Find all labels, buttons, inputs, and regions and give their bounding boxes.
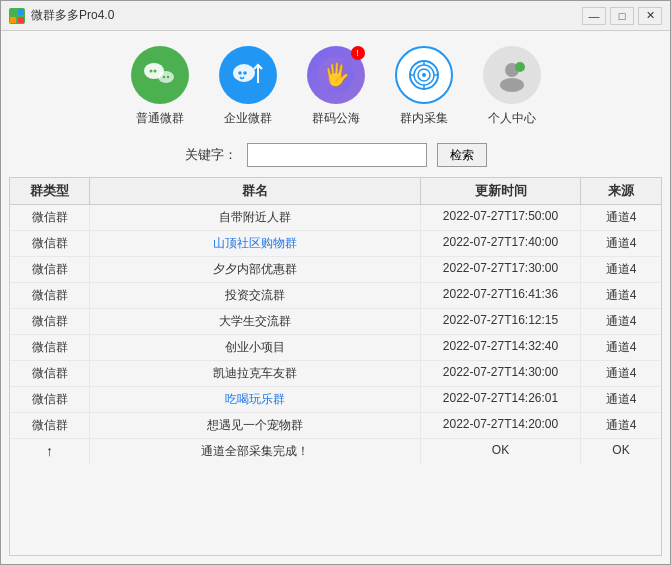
normal-wechat-label: 普通微群 xyxy=(136,110,184,127)
table-row[interactable]: 微信群创业小项目2022-07-27T14:32:40通道4 xyxy=(10,335,661,361)
enterprise-wechat-icon xyxy=(219,46,277,104)
table-row[interactable]: 微信群自带附近人群2022-07-27T17:50:00通道4 xyxy=(10,205,661,231)
cell-source: 通道4 xyxy=(581,283,661,308)
table-row[interactable]: 微信群山顶社区购物群2022-07-27T17:40:00通道4 xyxy=(10,231,661,257)
personal-center-item[interactable]: 个人中心 xyxy=(483,46,541,127)
qrcode-badge: ! xyxy=(351,46,365,60)
personal-center-icon xyxy=(483,46,541,104)
maximize-button[interactable]: □ xyxy=(610,7,634,25)
cell-time: 2022-07-27T16:12:15 xyxy=(421,309,581,334)
table-row[interactable]: 微信群吃喝玩乐群2022-07-27T14:26:01通道4 xyxy=(10,387,661,413)
svg-text:🖐: 🖐 xyxy=(322,61,350,88)
cell-name[interactable]: 山顶社区购物群 xyxy=(90,231,421,256)
cell-source: 通道4 xyxy=(581,257,661,282)
title-bar-left: 微群多多Pro4.0 xyxy=(9,7,114,24)
svg-rect-2 xyxy=(10,17,16,23)
table-body: 微信群自带附近人群2022-07-27T17:50:00通道4微信群山顶社区购物… xyxy=(10,205,661,555)
svg-rect-0 xyxy=(10,9,16,15)
svg-point-24 xyxy=(500,78,524,92)
cell-type: 微信群 xyxy=(10,231,90,256)
cell-type: 微信群 xyxy=(10,309,90,334)
personal-center-label: 个人中心 xyxy=(488,110,536,127)
cell-time: 2022-07-27T16:41:36 xyxy=(421,283,581,308)
cell-type: 微信群 xyxy=(10,413,90,438)
cell-name: 自带附近人群 xyxy=(90,205,421,230)
cell-type: 微信群 xyxy=(10,387,90,412)
table-header: 群类型 群名 更新时间 来源 xyxy=(10,178,661,205)
cell-time: 2022-07-27T14:26:01 xyxy=(421,387,581,412)
col-name: 群名 xyxy=(90,178,421,204)
table-row[interactable]: 微信群凯迪拉克车友群2022-07-27T14:30:00通道4 xyxy=(10,361,661,387)
cell-source: OK xyxy=(581,439,661,464)
qrcode-sea-item[interactable]: 🖐 ! 群码公海 xyxy=(307,46,365,127)
close-button[interactable]: ✕ xyxy=(638,7,662,25)
cell-type: ↑ xyxy=(10,439,90,464)
svg-point-5 xyxy=(149,70,152,73)
col-source: 来源 xyxy=(581,178,661,204)
svg-rect-3 xyxy=(18,17,24,23)
cell-type: 微信群 xyxy=(10,257,90,282)
cell-source: 通道4 xyxy=(581,231,661,256)
data-table: 群类型 群名 更新时间 来源 微信群自带附近人群2022-07-27T17:50… xyxy=(9,177,662,556)
cell-source: 通道4 xyxy=(581,413,661,438)
search-input[interactable] xyxy=(247,143,427,167)
cell-type: 微信群 xyxy=(10,361,90,386)
enterprise-wechat-item[interactable]: 企业微群 xyxy=(219,46,277,127)
cell-name: 夕夕内部优惠群 xyxy=(90,257,421,282)
cell-source: 通道4 xyxy=(581,309,661,334)
enterprise-wechat-label: 企业微群 xyxy=(224,110,272,127)
cell-name: 创业小项目 xyxy=(90,335,421,360)
cell-type: 微信群 xyxy=(10,205,90,230)
search-label: 关键字： xyxy=(185,146,237,164)
group-collect-icon xyxy=(395,46,453,104)
app-icon xyxy=(9,8,25,24)
search-bar: 关键字： 检索 xyxy=(1,137,670,177)
cell-time: 2022-07-27T14:30:00 xyxy=(421,361,581,386)
cell-name: 想遇见一个宠物群 xyxy=(90,413,421,438)
title-bar: 微群多多Pro4.0 — □ ✕ xyxy=(1,1,670,31)
cell-source: 通道4 xyxy=(581,387,661,412)
minimize-button[interactable]: — xyxy=(582,7,606,25)
cell-name[interactable]: 吃喝玩乐群 xyxy=(90,387,421,412)
svg-point-12 xyxy=(243,71,247,75)
table-row[interactable]: 微信群大学生交流群2022-07-27T16:12:15通道4 xyxy=(10,309,661,335)
table-row[interactable]: ↑通道全部采集完成！OKOK xyxy=(10,439,661,464)
cell-time: 2022-07-27T14:20:00 xyxy=(421,413,581,438)
group-collect-item[interactable]: 群内采集 xyxy=(395,46,453,127)
title-bar-controls: — □ ✕ xyxy=(582,7,662,25)
svg-point-11 xyxy=(238,71,242,75)
table-row[interactable]: 微信群夕夕内部优惠群2022-07-27T17:30:00通道4 xyxy=(10,257,661,283)
cell-time: 2022-07-27T17:30:00 xyxy=(421,257,581,282)
col-time: 更新时间 xyxy=(421,178,581,204)
svg-point-9 xyxy=(166,76,168,78)
svg-point-25 xyxy=(515,62,525,72)
cell-source: 通道4 xyxy=(581,361,661,386)
cell-source: 通道4 xyxy=(581,205,661,230)
normal-wechat-item[interactable]: 普通微群 xyxy=(131,46,189,127)
title-text: 微群多多Pro4.0 xyxy=(31,7,114,24)
cell-name: 投资交流群 xyxy=(90,283,421,308)
qrcode-sea-label: 群码公海 xyxy=(312,110,360,127)
cell-time: 2022-07-27T14:32:40 xyxy=(421,335,581,360)
search-button[interactable]: 检索 xyxy=(437,143,487,167)
qrcode-sea-icon: 🖐 ! xyxy=(307,46,365,104)
main-window: 微群多多Pro4.0 — □ ✕ 普通微群 xyxy=(0,0,671,565)
svg-point-6 xyxy=(153,70,156,73)
svg-point-8 xyxy=(162,76,164,78)
cell-time: 2022-07-27T17:40:00 xyxy=(421,231,581,256)
group-collect-label: 群内采集 xyxy=(400,110,448,127)
cell-time: OK xyxy=(421,439,581,464)
table-row[interactable]: 微信群投资交流群2022-07-27T16:41:36通道4 xyxy=(10,283,661,309)
cell-name: 通道全部采集完成！ xyxy=(90,439,421,464)
svg-point-18 xyxy=(422,73,426,77)
cell-name: 大学生交流群 xyxy=(90,309,421,334)
col-type: 群类型 xyxy=(10,178,90,204)
cell-name: 凯迪拉克车友群 xyxy=(90,361,421,386)
svg-point-7 xyxy=(158,71,174,83)
cell-type: 微信群 xyxy=(10,283,90,308)
normal-wechat-icon xyxy=(131,46,189,104)
table-row[interactable]: 微信群想遇见一个宠物群2022-07-27T14:20:00通道4 xyxy=(10,413,661,439)
icon-bar: 普通微群 企业微群 xyxy=(1,31,670,137)
cell-type: 微信群 xyxy=(10,335,90,360)
svg-rect-1 xyxy=(18,9,24,15)
